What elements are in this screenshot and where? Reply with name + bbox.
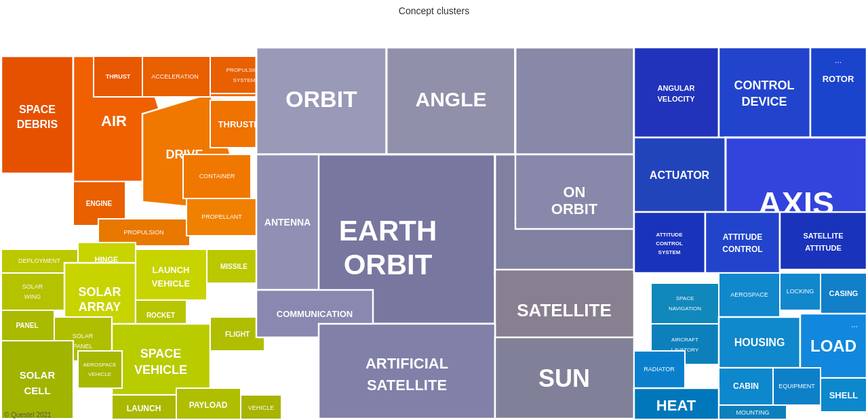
title: Concept clusters xyxy=(0,0,868,19)
svg-text:SHELL: SHELL xyxy=(829,390,859,400)
svg-text:DEPLOYMENT: DEPLOYMENT xyxy=(18,257,61,264)
svg-text:ATTITUDE: ATTITUDE xyxy=(656,232,684,238)
svg-text:ORBIT: ORBIT xyxy=(285,86,357,112)
svg-text:SOLAR: SOLAR xyxy=(73,333,94,339)
svg-text:FLIGHT: FLIGHT xyxy=(225,331,250,338)
svg-text:CABIN: CABIN xyxy=(733,381,759,391)
svg-marker-56 xyxy=(78,351,122,388)
svg-text:ROCKET: ROCKET xyxy=(146,312,175,319)
svg-text:CELL: CELL xyxy=(24,385,50,396)
svg-text:AEROSPACE: AEROSPACE xyxy=(730,291,768,298)
svg-text:NAVIGATION: NAVIGATION xyxy=(669,306,701,312)
svg-text:...: ... xyxy=(835,56,842,65)
svg-text:CONTROL: CONTROL xyxy=(656,240,683,247)
svg-text:SUN: SUN xyxy=(538,364,590,392)
svg-text:SOLAR: SOLAR xyxy=(22,283,43,290)
svg-text:ARTIFICIAL: ARTIFICIAL xyxy=(366,355,448,372)
svg-text:SPACE: SPACE xyxy=(19,104,56,115)
svg-text:SPACE: SPACE xyxy=(140,347,182,360)
svg-marker-46 xyxy=(136,249,207,300)
svg-text:SATELLITE: SATELLITE xyxy=(367,377,447,394)
svg-text:SATELLITE: SATELLITE xyxy=(517,300,612,320)
svg-text:ANTENNA: ANTENNA xyxy=(264,217,311,228)
svg-marker-5 xyxy=(1,56,73,173)
svg-text:ROTOR: ROTOR xyxy=(823,74,854,84)
svg-text:SYSTEM: SYSTEM xyxy=(658,249,681,255)
svg-marker-115 xyxy=(705,212,780,273)
svg-text:SPACE: SPACE xyxy=(676,295,694,301)
svg-text:AEROSPACE: AEROSPACE xyxy=(83,362,116,368)
svg-text:HEAT: HEAT xyxy=(656,397,696,414)
svg-text:MISSILE: MISSILE xyxy=(220,263,248,270)
svg-text:ACTUATOR: ACTUATOR xyxy=(650,169,710,181)
svg-text:THRUST: THRUST xyxy=(106,73,131,80)
svg-marker-123 xyxy=(651,283,719,324)
svg-text:PROPELLANT: PROPELLANT xyxy=(201,213,242,220)
svg-text:VELOCITY: VELOCITY xyxy=(657,95,695,103)
svg-text:LAUNCH: LAUNCH xyxy=(153,265,190,275)
svg-text:...: ... xyxy=(634,310,641,319)
svg-text:MOUNTING: MOUNTING xyxy=(736,409,770,416)
svg-text:ACCELERATION: ACCELERATION xyxy=(151,73,198,80)
svg-text:HOUSING: HOUSING xyxy=(734,337,785,348)
svg-text:VEHICLE: VEHICLE xyxy=(134,363,187,377)
svg-text:RADIATOR: RADIATOR xyxy=(644,366,675,373)
svg-text:ATTITUDE: ATTITUDE xyxy=(723,232,762,242)
svg-text:CONTROL: CONTROL xyxy=(734,79,795,92)
svg-marker-35 xyxy=(1,273,64,310)
svg-text:DEBRIS: DEBRIS xyxy=(17,119,58,130)
concept-map: SPACE DEBRIS SPACE DEBRIS AIR DRIVE THRU… xyxy=(0,19,868,419)
svg-text:VEHICLE: VEHICLE xyxy=(88,371,111,377)
svg-text:AIR: AIR xyxy=(101,112,127,129)
svg-text:PANEL: PANEL xyxy=(16,322,38,329)
svg-text:ORBIT: ORBIT xyxy=(344,249,433,280)
svg-text:PROPULSION: PROPULSION xyxy=(123,229,163,236)
svg-text:CASING: CASING xyxy=(829,289,859,297)
svg-text:CONTAINER: CONTAINER xyxy=(199,173,235,180)
svg-text:EARTH: EARTH xyxy=(339,215,437,247)
svg-text:LAUNCH: LAUNCH xyxy=(127,404,161,413)
svg-text:LOCKING: LOCKING xyxy=(787,288,814,295)
svg-text:AIRCRAFT: AIRCRAFT xyxy=(671,337,698,343)
svg-text:ORBIT: ORBIT xyxy=(551,201,598,217)
svg-text:COMMUNICATION: COMMUNICATION xyxy=(277,309,353,319)
svg-text:VEHICLE: VEHICLE xyxy=(152,278,191,289)
svg-text:...: ... xyxy=(851,320,858,329)
svg-text:SATELLITE: SATELLITE xyxy=(803,232,843,240)
svg-text:SOLAR: SOLAR xyxy=(79,285,121,299)
svg-marker-101 xyxy=(719,47,810,138)
svg-text:CONTROL: CONTROL xyxy=(722,245,762,254)
svg-text:LOAD: LOAD xyxy=(810,337,856,355)
svg-text:WING: WING xyxy=(24,293,41,300)
svg-text:ANGLE: ANGLE xyxy=(416,88,487,110)
svg-text:ANGULAR: ANGULAR xyxy=(658,84,695,92)
svg-text:DEVICE: DEVICE xyxy=(741,95,787,108)
svg-text:ATTITUDE: ATTITUDE xyxy=(805,244,842,252)
svg-text:SYSTEM: SYSTEM xyxy=(233,77,256,83)
svg-text:SOLAR: SOLAR xyxy=(20,369,56,381)
svg-marker-81 xyxy=(515,47,634,154)
svg-text:ENGINE: ENGINE xyxy=(86,200,113,207)
copyright: © Questel 2021 xyxy=(4,411,52,419)
svg-text:PANEL: PANEL xyxy=(73,343,93,350)
svg-marker-118 xyxy=(780,212,867,270)
svg-marker-98 xyxy=(634,47,719,138)
svg-text:PAYLOAD: PAYLOAD xyxy=(189,400,228,410)
svg-text:ARRAY: ARRAY xyxy=(79,300,121,314)
svg-text:EQUIPMENT: EQUIPMENT xyxy=(778,383,815,390)
svg-text:VEHICLE: VEHICLE xyxy=(248,404,275,411)
svg-text:ON: ON xyxy=(564,184,586,201)
